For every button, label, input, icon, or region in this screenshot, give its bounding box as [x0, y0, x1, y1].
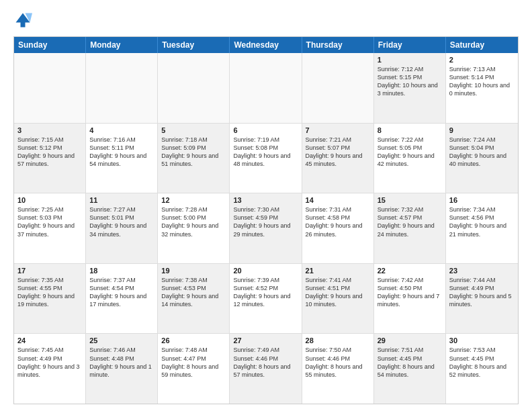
day-number: 10	[17, 196, 82, 204]
calendar-cell: 3Sunrise: 7:15 AM Sunset: 5:12 PM Daylig…	[14, 124, 86, 193]
logo-icon	[13, 11, 32, 30]
day-number: 28	[306, 336, 370, 345]
calendar-cell: 20Sunrise: 7:39 AM Sunset: 4:52 PM Dayli…	[230, 264, 302, 334]
day-number: 14	[306, 196, 370, 204]
day-number: 21	[306, 267, 370, 275]
cell-info: Sunrise: 7:21 AM Sunset: 5:07 PM Dayligh…	[306, 136, 370, 169]
calendar-cell	[14, 53, 86, 123]
calendar: SundayMondayTuesdayWednesdayThursdayFrid…	[13, 36, 519, 404]
day-number: 20	[233, 267, 298, 275]
day-number: 8	[378, 126, 442, 134]
cell-info: Sunrise: 7:46 AM Sunset: 4:48 PM Dayligh…	[89, 346, 154, 379]
calendar-cell: 9Sunrise: 7:24 AM Sunset: 5:04 PM Daylig…	[446, 124, 518, 193]
calendar-cell: 4Sunrise: 7:16 AM Sunset: 5:11 PM Daylig…	[86, 124, 158, 193]
cell-info: Sunrise: 7:42 AM Sunset: 4:50 PM Dayligh…	[378, 276, 442, 309]
calendar-cell: 7Sunrise: 7:21 AM Sunset: 5:07 PM Daylig…	[302, 124, 374, 193]
day-number: 25	[89, 336, 154, 345]
calendar-cell: 8Sunrise: 7:22 AM Sunset: 5:05 PM Daylig…	[374, 124, 446, 193]
cell-info: Sunrise: 7:32 AM Sunset: 4:57 PM Dayligh…	[378, 205, 442, 238]
calendar-cell: 29Sunrise: 7:51 AM Sunset: 4:45 PM Dayli…	[374, 334, 446, 404]
day-number: 27	[233, 336, 298, 345]
calendar-header-cell: Saturday	[446, 37, 518, 53]
header	[13, 11, 519, 30]
calendar-cell: 23Sunrise: 7:44 AM Sunset: 4:49 PM Dayli…	[446, 264, 518, 334]
day-number: 9	[449, 126, 515, 134]
cell-info: Sunrise: 7:30 AM Sunset: 4:59 PM Dayligh…	[233, 205, 298, 238]
cell-info: Sunrise: 7:13 AM Sunset: 5:14 PM Dayligh…	[449, 65, 515, 98]
cell-info: Sunrise: 7:34 AM Sunset: 4:56 PM Dayligh…	[449, 205, 515, 238]
day-number: 1	[378, 56, 442, 64]
calendar-row: 17Sunrise: 7:35 AM Sunset: 4:55 PM Dayli…	[14, 264, 518, 334]
calendar-cell: 18Sunrise: 7:37 AM Sunset: 4:54 PM Dayli…	[86, 264, 158, 334]
calendar-cell: 10Sunrise: 7:25 AM Sunset: 5:03 PM Dayli…	[14, 193, 86, 263]
day-number: 2	[449, 56, 515, 64]
cell-info: Sunrise: 7:12 AM Sunset: 5:15 PM Dayligh…	[378, 65, 442, 98]
calendar-cell: 15Sunrise: 7:32 AM Sunset: 4:57 PM Dayli…	[374, 193, 446, 263]
day-number: 30	[449, 336, 515, 345]
calendar-cell: 30Sunrise: 7:53 AM Sunset: 4:45 PM Dayli…	[446, 334, 518, 404]
day-number: 5	[161, 126, 226, 134]
cell-info: Sunrise: 7:45 AM Sunset: 4:49 PM Dayligh…	[17, 346, 82, 379]
calendar-cell: 12Sunrise: 7:28 AM Sunset: 5:00 PM Dayli…	[158, 193, 230, 263]
calendar-header-cell: Sunday	[14, 37, 86, 53]
calendar-cell: 26Sunrise: 7:48 AM Sunset: 4:47 PM Dayli…	[158, 334, 230, 404]
calendar-header-cell: Monday	[86, 37, 158, 53]
page: SundayMondayTuesdayWednesdayThursdayFrid…	[0, 0, 532, 411]
calendar-cell: 6Sunrise: 7:19 AM Sunset: 5:08 PM Daylig…	[230, 124, 302, 193]
cell-info: Sunrise: 7:49 AM Sunset: 4:46 PM Dayligh…	[233, 346, 298, 379]
day-number: 15	[378, 196, 442, 204]
day-number: 3	[17, 126, 82, 134]
calendar-cell: 5Sunrise: 7:18 AM Sunset: 5:09 PM Daylig…	[158, 124, 230, 193]
calendar-cell: 28Sunrise: 7:50 AM Sunset: 4:46 PM Dayli…	[302, 334, 374, 404]
cell-info: Sunrise: 7:25 AM Sunset: 5:03 PM Dayligh…	[17, 205, 82, 238]
calendar-cell: 24Sunrise: 7:45 AM Sunset: 4:49 PM Dayli…	[14, 334, 86, 404]
cell-info: Sunrise: 7:50 AM Sunset: 4:46 PM Dayligh…	[306, 346, 370, 379]
day-number: 18	[89, 267, 154, 275]
cell-info: Sunrise: 7:51 AM Sunset: 4:45 PM Dayligh…	[378, 346, 442, 379]
calendar-header: SundayMondayTuesdayWednesdayThursdayFrid…	[14, 37, 518, 53]
calendar-cell: 17Sunrise: 7:35 AM Sunset: 4:55 PM Dayli…	[14, 264, 86, 334]
calendar-cell: 21Sunrise: 7:41 AM Sunset: 4:51 PM Dayli…	[302, 264, 374, 334]
cell-info: Sunrise: 7:44 AM Sunset: 4:49 PM Dayligh…	[449, 276, 515, 309]
calendar-row: 10Sunrise: 7:25 AM Sunset: 5:03 PM Dayli…	[14, 193, 518, 264]
cell-info: Sunrise: 7:24 AM Sunset: 5:04 PM Dayligh…	[449, 136, 515, 169]
calendar-header-cell: Friday	[374, 37, 446, 53]
day-number: 26	[161, 336, 226, 345]
day-number: 22	[378, 267, 442, 275]
day-number: 19	[161, 267, 226, 275]
calendar-cell: 22Sunrise: 7:42 AM Sunset: 4:50 PM Dayli…	[374, 264, 446, 334]
calendar-cell: 13Sunrise: 7:30 AM Sunset: 4:59 PM Dayli…	[230, 193, 302, 263]
calendar-cell	[158, 53, 230, 123]
calendar-row: 24Sunrise: 7:45 AM Sunset: 4:49 PM Dayli…	[14, 334, 518, 404]
cell-info: Sunrise: 7:48 AM Sunset: 4:47 PM Dayligh…	[161, 346, 226, 379]
cell-info: Sunrise: 7:31 AM Sunset: 4:58 PM Dayligh…	[306, 205, 370, 238]
calendar-cell: 2Sunrise: 7:13 AM Sunset: 5:14 PM Daylig…	[446, 53, 518, 123]
calendar-header-cell: Tuesday	[158, 37, 230, 53]
day-number: 23	[449, 267, 515, 275]
cell-info: Sunrise: 7:38 AM Sunset: 4:53 PM Dayligh…	[161, 276, 226, 309]
day-number: 7	[306, 126, 370, 134]
calendar-cell: 1Sunrise: 7:12 AM Sunset: 5:15 PM Daylig…	[374, 53, 446, 123]
logo	[13, 11, 35, 30]
day-number: 13	[233, 196, 298, 204]
day-number: 11	[89, 196, 154, 204]
calendar-body: 1Sunrise: 7:12 AM Sunset: 5:15 PM Daylig…	[14, 53, 518, 404]
day-number: 12	[161, 196, 226, 204]
cell-info: Sunrise: 7:15 AM Sunset: 5:12 PM Dayligh…	[17, 136, 82, 169]
calendar-cell: 16Sunrise: 7:34 AM Sunset: 4:56 PM Dayli…	[446, 193, 518, 263]
calendar-cell	[230, 53, 302, 123]
calendar-cell	[302, 53, 374, 123]
day-number: 6	[233, 126, 298, 134]
day-number: 24	[17, 336, 82, 345]
calendar-cell: 11Sunrise: 7:27 AM Sunset: 5:01 PM Dayli…	[86, 193, 158, 263]
calendar-header-cell: Wednesday	[230, 37, 302, 53]
calendar-row: 3Sunrise: 7:15 AM Sunset: 5:12 PM Daylig…	[14, 124, 518, 194]
calendar-cell: 19Sunrise: 7:38 AM Sunset: 4:53 PM Dayli…	[158, 264, 230, 334]
cell-info: Sunrise: 7:53 AM Sunset: 4:45 PM Dayligh…	[449, 346, 515, 379]
cell-info: Sunrise: 7:41 AM Sunset: 4:51 PM Dayligh…	[306, 276, 370, 309]
cell-info: Sunrise: 7:39 AM Sunset: 4:52 PM Dayligh…	[233, 276, 298, 309]
cell-info: Sunrise: 7:22 AM Sunset: 5:05 PM Dayligh…	[378, 136, 442, 169]
cell-info: Sunrise: 7:16 AM Sunset: 5:11 PM Dayligh…	[89, 136, 154, 169]
day-number: 4	[89, 126, 154, 134]
cell-info: Sunrise: 7:35 AM Sunset: 4:55 PM Dayligh…	[17, 276, 82, 309]
